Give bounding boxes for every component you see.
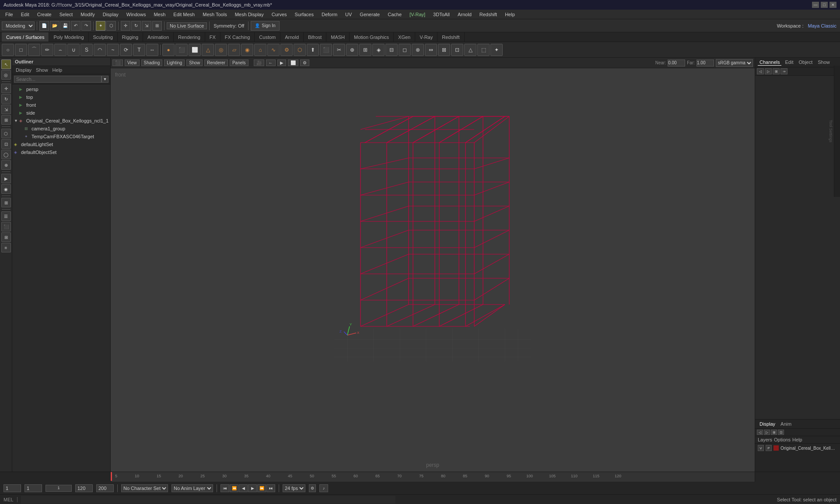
redo-button[interactable]: ↷ — [81, 21, 91, 31]
shelf-tab-rigging[interactable]: Rigging — [118, 32, 143, 42]
rp-ctrl-4[interactable]: ⇒ — [780, 68, 788, 74]
step-forward-button[interactable]: ⏩ — [257, 484, 266, 492]
vp-play-button[interactable]: ▶ — [277, 60, 286, 66]
shelf-tab-bifrost[interactable]: Bifrost — [304, 32, 326, 42]
shelf-icon-pencil[interactable]: ✏ — [41, 44, 53, 56]
outliner-item-side[interactable]: ▶ side — [12, 109, 110, 117]
outliner-menu-display[interactable]: Display — [14, 67, 33, 73]
shelf-icon-unfold[interactable]: ⊟ — [385, 44, 398, 56]
shelf-icon-arc-tool[interactable]: ◠ — [94, 44, 106, 56]
menu-3dtoall[interactable]: 3DToAll — [430, 10, 453, 19]
shelf-tab-redshift[interactable]: Redshift — [438, 32, 464, 42]
vp-show-menu[interactable]: Show — [186, 60, 203, 66]
outliner-menu-show[interactable]: Show — [34, 67, 50, 73]
sound-button[interactable]: ♪ — [319, 484, 328, 492]
menu-curves[interactable]: Curves — [268, 10, 290, 19]
shelf-tab-rendering[interactable]: Rendering — [174, 32, 205, 42]
shelf-icon-separate[interactable]: ⊡ — [451, 44, 463, 56]
open-button[interactable]: 📂 — [50, 21, 60, 31]
shelf-icon-soccer[interactable]: ⬡ — [294, 44, 306, 56]
rp-ctrl-2[interactable]: ▷ — [765, 68, 772, 74]
shelf-tab-sculpting[interactable]: Sculpting — [89, 32, 118, 42]
select-tool-button[interactable]: ✦ — [96, 21, 105, 31]
transform-tool-button[interactable]: ⊞ — [152, 21, 162, 31]
skip-to-start-button[interactable]: ⏮ — [220, 484, 229, 492]
anim-layer-select[interactable]: No Anim Layer — [172, 484, 213, 492]
universal-manip-button[interactable]: ⊞ — [1, 115, 11, 125]
vp-renderer-menu[interactable]: Renderer — [204, 60, 228, 66]
menu-mesh-display[interactable]: Mesh Display — [231, 10, 267, 19]
shelf-icon-cube[interactable]: ⬛ — [175, 44, 188, 56]
layer-p-button[interactable]: P — [766, 445, 772, 451]
move-tool-button[interactable]: ✛ — [121, 21, 130, 31]
play-forward-button[interactable]: ▶ — [248, 484, 257, 492]
search-input[interactable] — [14, 76, 102, 83]
select-mode-button[interactable]: ↖ — [1, 60, 11, 69]
scale-button[interactable]: ⇲ — [1, 105, 11, 114]
layer-btn-2[interactable]: ▷ — [764, 430, 770, 435]
shelf-icon-smooth[interactable]: ◈ — [372, 44, 385, 56]
save-button[interactable]: 💾 — [60, 21, 70, 31]
right-tab-show[interactable]: Show — [816, 59, 832, 66]
shelf-icon-curve-ep[interactable]: ⌒ — [28, 44, 40, 56]
max-frame-input[interactable] — [96, 484, 114, 492]
shelf-icon-combine[interactable]: ⊠ — [438, 44, 450, 56]
shelf-icon-cleanup[interactable]: ✦ — [490, 44, 503, 56]
shelf-icon-bezier[interactable]: S — [80, 44, 93, 56]
grid-button[interactable]: ⊞ — [1, 232, 11, 242]
display-tab[interactable]: Display — [758, 421, 777, 427]
right-tab-edit[interactable]: Edit — [783, 59, 795, 66]
shelf-icon-bridge[interactable]: ⬛ — [320, 44, 332, 56]
shelf-tab-motion-graphics[interactable]: Motion Graphics — [350, 32, 394, 42]
shelf-tab-fx-caching[interactable]: FX Caching — [220, 32, 255, 42]
shelf-tab-vray[interactable]: V-Ray — [415, 32, 438, 42]
layer-v-button[interactable]: V — [758, 445, 764, 451]
shelf-icon-disk[interactable]: ◉ — [241, 44, 253, 56]
vp-camera-button[interactable]: 🎥 — [254, 60, 264, 66]
shelf-icon-target-weld[interactable]: ⊕ — [346, 44, 358, 56]
shelf-icon-connect[interactable]: ⊞ — [359, 44, 371, 56]
menu-cache[interactable]: Cache — [384, 10, 405, 19]
shelf-tab-arnold[interactable]: Arnold — [280, 32, 304, 42]
snap-grid-button[interactable]: ⊡ — [1, 139, 11, 149]
far-clip-input[interactable] — [696, 60, 714, 66]
shelf-icon-helix[interactable]: ⟳ — [120, 44, 132, 56]
snap-curve-button[interactable]: ◯ — [1, 150, 11, 159]
layer-btn-1[interactable]: ◁ — [757, 430, 763, 435]
outliner-item-persp[interactable]: ▶ persp — [12, 85, 110, 93]
maximize-button[interactable]: □ — [821, 2, 828, 8]
minimize-button[interactable]: — — [812, 2, 819, 8]
shelf-icon-sine[interactable]: ~ — [107, 44, 119, 56]
menu-modify[interactable]: Modify — [77, 10, 98, 19]
fps-select[interactable]: 24 fps — [283, 484, 305, 492]
menu-mesh[interactable]: Mesh — [150, 10, 169, 19]
close-button[interactable]: ✕ — [830, 2, 836, 8]
render-view-button[interactable]: ▶ — [1, 174, 11, 183]
near-clip-input[interactable] — [668, 60, 685, 66]
menu-deform[interactable]: Deform — [318, 10, 341, 19]
shelf-icon-circle[interactable]: ○ — [2, 44, 14, 56]
menu-windows[interactable]: Windows — [123, 10, 150, 19]
shelf-icon-multicut[interactable]: ✂ — [333, 44, 345, 56]
shelf-tab-custom[interactable]: Custom — [255, 32, 280, 42]
move-button[interactable]: ✛ — [1, 84, 11, 93]
scale-tool-button[interactable]: ⇲ — [142, 21, 151, 31]
right-tab-object[interactable]: Object — [797, 59, 814, 66]
end-frame-input[interactable] — [75, 484, 93, 492]
vp-panels-menu[interactable]: Panels — [230, 60, 248, 66]
menu-uv[interactable]: UV — [342, 10, 355, 19]
soft-select-button[interactable]: ⬡ — [1, 129, 11, 138]
layers-link[interactable]: Layers — [758, 437, 772, 442]
outliner-item-cereal-box[interactable]: ▼ ◈ Original_Cereal_Box_Kelloggs_ncl1_1 — [12, 117, 110, 125]
current-frame-input[interactable] — [24, 484, 42, 492]
shelf-icon-gear[interactable]: ⚙ — [280, 44, 293, 56]
paint-select-button[interactable]: ◎ — [1, 70, 11, 80]
new-scene-button[interactable]: 📄 — [39, 21, 49, 31]
outliner-item-default-object-set[interactable]: ◈ defaultObjectSet — [12, 148, 110, 156]
menu-display[interactable]: Display — [99, 10, 122, 19]
shelf-icon-text[interactable]: T — [133, 44, 145, 56]
shelf-icon-arc-2pt[interactable]: ∪ — [67, 44, 80, 56]
sign-in-button[interactable]: 👤 Sign In — [251, 21, 279, 31]
options-link[interactable]: Options — [774, 437, 791, 442]
menu-arnold[interactable]: Arnold — [454, 10, 475, 19]
